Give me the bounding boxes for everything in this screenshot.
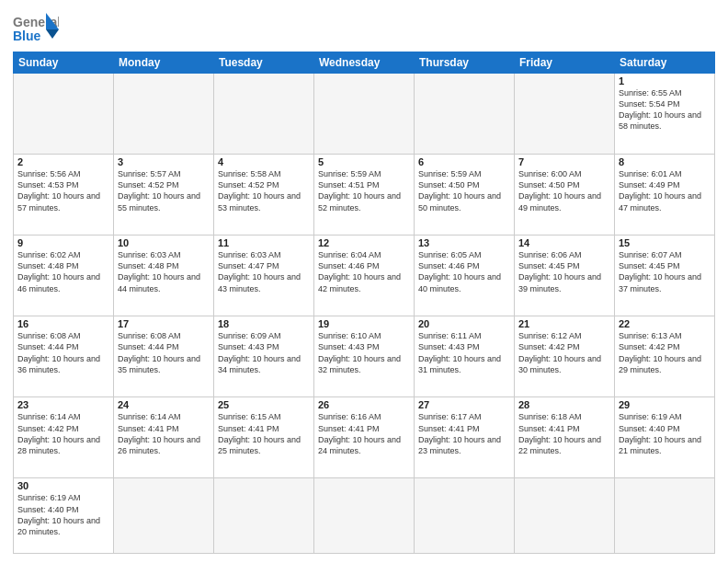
day-number: 14 xyxy=(518,237,610,248)
calendar-cell xyxy=(114,74,214,155)
calendar-cell: 6Sunrise: 5:59 AM Sunset: 4:50 PM Daylig… xyxy=(415,155,515,236)
calendar-cell: 25Sunrise: 6:15 AM Sunset: 4:41 PM Dayli… xyxy=(214,397,314,478)
calendar-cell: 1Sunrise: 6:55 AM Sunset: 5:54 PM Daylig… xyxy=(615,74,715,155)
weekday-header-saturday: Saturday xyxy=(615,52,715,74)
day-number: 25 xyxy=(218,399,310,410)
calendar-cell: 19Sunrise: 6:10 AM Sunset: 4:43 PM Dayli… xyxy=(314,316,415,397)
day-info: Sunrise: 5:59 AM Sunset: 4:51 PM Dayligh… xyxy=(318,168,410,213)
day-number: 23 xyxy=(17,399,109,410)
day-info: Sunrise: 6:14 AM Sunset: 4:42 PM Dayligh… xyxy=(17,411,109,456)
logo: GeneralBlue xyxy=(13,13,59,46)
calendar-cell: 8Sunrise: 6:01 AM Sunset: 4:49 PM Daylig… xyxy=(615,155,715,236)
day-info: Sunrise: 6:55 AM Sunset: 5:54 PM Dayligh… xyxy=(619,87,711,132)
calendar-cell: 27Sunrise: 6:17 AM Sunset: 4:41 PM Dayli… xyxy=(415,397,515,478)
calendar-cell xyxy=(515,74,615,155)
weekday-header-thursday: Thursday xyxy=(415,52,515,74)
weekday-header-sunday: Sunday xyxy=(14,52,114,74)
day-info: Sunrise: 6:18 AM Sunset: 4:41 PM Dayligh… xyxy=(518,411,610,456)
day-number: 22 xyxy=(619,318,711,329)
weekday-header-friday: Friday xyxy=(515,52,615,74)
calendar-cell: 10Sunrise: 6:03 AM Sunset: 4:48 PM Dayli… xyxy=(114,236,214,316)
calendar-cell: 16Sunrise: 6:08 AM Sunset: 4:44 PM Dayli… xyxy=(14,316,114,397)
day-info: Sunrise: 6:19 AM Sunset: 4:40 PM Dayligh… xyxy=(619,411,711,456)
day-info: Sunrise: 6:08 AM Sunset: 4:44 PM Dayligh… xyxy=(118,330,210,375)
day-info: Sunrise: 6:03 AM Sunset: 4:48 PM Dayligh… xyxy=(118,249,210,294)
day-info: Sunrise: 5:59 AM Sunset: 4:50 PM Dayligh… xyxy=(418,168,510,213)
calendar-cell xyxy=(515,478,615,554)
calendar-cell: 14Sunrise: 6:06 AM Sunset: 4:45 PM Dayli… xyxy=(515,236,615,316)
day-info: Sunrise: 6:10 AM Sunset: 4:43 PM Dayligh… xyxy=(318,330,410,375)
day-number: 29 xyxy=(619,399,711,410)
day-number: 6 xyxy=(418,156,510,167)
calendar-cell: 4Sunrise: 5:58 AM Sunset: 4:52 PM Daylig… xyxy=(214,155,314,236)
calendar-cell: 5Sunrise: 5:59 AM Sunset: 4:51 PM Daylig… xyxy=(314,155,415,236)
day-number: 5 xyxy=(318,156,410,167)
day-info: Sunrise: 6:03 AM Sunset: 4:47 PM Dayligh… xyxy=(218,249,310,294)
day-info: Sunrise: 6:16 AM Sunset: 4:41 PM Dayligh… xyxy=(318,411,410,456)
calendar-cell: 30Sunrise: 6:19 AM Sunset: 4:40 PM Dayli… xyxy=(14,478,114,554)
week-row-2: 2Sunrise: 5:56 AM Sunset: 4:53 PM Daylig… xyxy=(14,155,715,236)
week-row-4: 16Sunrise: 6:08 AM Sunset: 4:44 PM Dayli… xyxy=(14,316,715,397)
day-info: Sunrise: 6:07 AM Sunset: 4:45 PM Dayligh… xyxy=(619,249,711,294)
day-info: Sunrise: 6:15 AM Sunset: 4:41 PM Dayligh… xyxy=(218,411,310,456)
week-row-3: 9Sunrise: 6:02 AM Sunset: 4:48 PM Daylig… xyxy=(14,236,715,316)
day-info: Sunrise: 6:11 AM Sunset: 4:43 PM Dayligh… xyxy=(418,330,510,375)
week-row-1: 1Sunrise: 6:55 AM Sunset: 5:54 PM Daylig… xyxy=(14,74,715,155)
day-number: 7 xyxy=(518,156,610,167)
day-info: Sunrise: 6:01 AM Sunset: 4:49 PM Dayligh… xyxy=(619,168,711,213)
calendar-cell: 12Sunrise: 6:04 AM Sunset: 4:46 PM Dayli… xyxy=(314,236,415,316)
calendar-cell xyxy=(314,74,415,155)
day-info: Sunrise: 6:17 AM Sunset: 4:41 PM Dayligh… xyxy=(418,411,510,456)
calendar-cell: 3Sunrise: 5:57 AM Sunset: 4:52 PM Daylig… xyxy=(114,155,214,236)
day-info: Sunrise: 6:04 AM Sunset: 4:46 PM Dayligh… xyxy=(318,249,410,294)
day-info: Sunrise: 5:58 AM Sunset: 4:52 PM Dayligh… xyxy=(218,168,310,213)
day-number: 18 xyxy=(218,318,310,329)
calendar-cell: 11Sunrise: 6:03 AM Sunset: 4:47 PM Dayli… xyxy=(214,236,314,316)
calendar-cell: 18Sunrise: 6:09 AM Sunset: 4:43 PM Dayli… xyxy=(214,316,314,397)
calendar-cell: 21Sunrise: 6:12 AM Sunset: 4:42 PM Dayli… xyxy=(515,316,615,397)
day-number: 16 xyxy=(17,318,109,329)
day-number: 4 xyxy=(218,156,310,167)
day-number: 27 xyxy=(418,399,510,410)
calendar-cell: 24Sunrise: 6:14 AM Sunset: 4:41 PM Dayli… xyxy=(114,397,214,478)
calendar-cell xyxy=(415,74,515,155)
calendar-cell xyxy=(214,74,314,155)
day-number: 12 xyxy=(318,237,410,248)
day-number: 1 xyxy=(619,75,711,86)
day-info: Sunrise: 6:06 AM Sunset: 4:45 PM Dayligh… xyxy=(518,249,610,294)
day-number: 21 xyxy=(518,318,610,329)
calendar-cell xyxy=(415,478,515,554)
day-number: 30 xyxy=(17,480,109,491)
day-number: 10 xyxy=(118,237,210,248)
calendar-cell: 13Sunrise: 6:05 AM Sunset: 4:46 PM Dayli… xyxy=(415,236,515,316)
weekday-header-tuesday: Tuesday xyxy=(214,52,314,74)
day-number: 3 xyxy=(118,156,210,167)
calendar-cell: 29Sunrise: 6:19 AM Sunset: 4:40 PM Dayli… xyxy=(615,397,715,478)
page: GeneralBlue SundayMondayTuesdayWednesday… xyxy=(0,0,728,563)
weekday-header-wednesday: Wednesday xyxy=(314,52,415,74)
day-info: Sunrise: 5:56 AM Sunset: 4:53 PM Dayligh… xyxy=(17,168,109,213)
day-info: Sunrise: 6:08 AM Sunset: 4:44 PM Dayligh… xyxy=(17,330,109,375)
day-info: Sunrise: 6:19 AM Sunset: 4:40 PM Dayligh… xyxy=(17,492,109,537)
day-info: Sunrise: 6:05 AM Sunset: 4:46 PM Dayligh… xyxy=(418,249,510,294)
day-number: 11 xyxy=(218,237,310,248)
day-number: 8 xyxy=(619,156,711,167)
calendar-cell: 9Sunrise: 6:02 AM Sunset: 4:48 PM Daylig… xyxy=(14,236,114,316)
calendar-cell: 17Sunrise: 6:08 AM Sunset: 4:44 PM Dayli… xyxy=(114,316,214,397)
day-number: 15 xyxy=(619,237,711,248)
weekday-header-monday: Monday xyxy=(114,52,214,74)
generalblue-logo-icon: GeneralBlue xyxy=(13,13,59,46)
calendar-table: SundayMondayTuesdayWednesdayThursdayFrid… xyxy=(13,52,715,554)
weekday-header-row: SundayMondayTuesdayWednesdayThursdayFrid… xyxy=(14,52,715,74)
svg-text:Blue: Blue xyxy=(13,29,41,43)
day-info: Sunrise: 6:09 AM Sunset: 4:43 PM Dayligh… xyxy=(218,330,310,375)
calendar-cell xyxy=(114,478,214,554)
day-info: Sunrise: 6:14 AM Sunset: 4:41 PM Dayligh… xyxy=(118,411,210,456)
header: GeneralBlue xyxy=(13,9,715,46)
calendar-cell: 15Sunrise: 6:07 AM Sunset: 4:45 PM Dayli… xyxy=(615,236,715,316)
day-number: 24 xyxy=(118,399,210,410)
calendar-cell: 26Sunrise: 6:16 AM Sunset: 4:41 PM Dayli… xyxy=(314,397,415,478)
day-info: Sunrise: 6:00 AM Sunset: 4:50 PM Dayligh… xyxy=(518,168,610,213)
calendar-cell xyxy=(615,478,715,554)
calendar-cell: 7Sunrise: 6:00 AM Sunset: 4:50 PM Daylig… xyxy=(515,155,615,236)
